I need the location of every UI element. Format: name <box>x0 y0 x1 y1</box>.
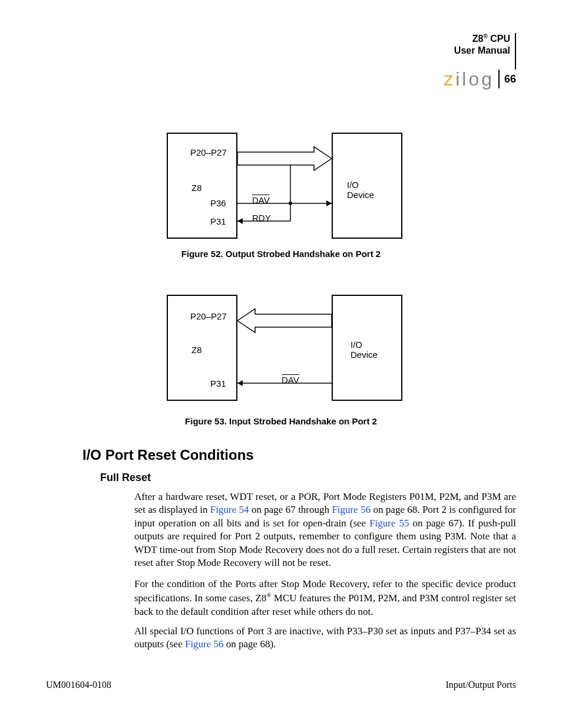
paragraph-2: For the condition of the Ports after Sto… <box>134 578 516 618</box>
link-figure-55[interactable]: Figure 55 <box>369 518 409 529</box>
label-dav-53: DAV <box>282 375 299 385</box>
figure-53-connections <box>167 295 402 401</box>
section-heading-1: I/O Port Reset Conditions <box>82 447 254 463</box>
logo-ilog: ilog <box>455 68 494 90</box>
link-figure-54[interactable]: Figure 54 <box>210 504 249 515</box>
product-name: Z8 <box>472 34 484 44</box>
svg-marker-7 <box>237 218 243 224</box>
label-p20-p27: P20–P27 <box>190 147 227 157</box>
label-p31: P31 <box>210 216 226 226</box>
link-figure-56[interactable]: Figure 56 <box>332 504 371 515</box>
paragraph-3: All special I/O functions of Port 3 are … <box>134 625 516 651</box>
label-p20-p27-53: P20–P27 <box>190 311 227 321</box>
figure-53-caption: Figure 53. Input Strobed Handshake on Po… <box>0 416 562 426</box>
label-io: I/O <box>347 180 359 190</box>
label-device-53: Device <box>351 350 378 360</box>
manual-label: User Manual <box>454 45 510 55</box>
zilog-logo: zilog <box>444 70 500 88</box>
label-p31-53: P31 <box>210 378 226 388</box>
p1-text-b: on page 67 through <box>249 504 332 515</box>
p3-text-b: on page 68). <box>224 638 276 650</box>
page-number: 66 <box>504 73 516 85</box>
p2-reg: ® <box>266 591 271 598</box>
page-header: Z8® CPU User Manual zilog 66 <box>444 33 516 88</box>
svg-marker-9 <box>237 380 243 386</box>
registered-mark: ® <box>483 33 487 39</box>
label-p36: P36 <box>210 198 226 208</box>
figure-52-caption: Figure 52. Output Strobed Handshake on P… <box>0 249 562 259</box>
figure-52: P20–P27 Z8 P36 P31 DAV RDY I/O Device <box>167 133 402 239</box>
logo-row: zilog 66 <box>444 70 516 88</box>
logo-z: z <box>444 68 455 90</box>
header-title-block: Z8® CPU User Manual <box>444 33 516 70</box>
paragraph-1: After a hardware reset, WDT reset, or a … <box>134 490 516 570</box>
figure-53: P20–P27 Z8 P31 DAV I/O Device <box>167 295 402 401</box>
footer-section: Input/Output Ports <box>445 680 516 690</box>
section-heading-2: Full Reset <box>100 472 151 484</box>
svg-marker-1 <box>326 200 332 206</box>
label-io-53: I/O <box>351 340 362 350</box>
link-figure-56-b[interactable]: Figure 56 <box>185 638 224 650</box>
label-device: Device <box>347 190 374 200</box>
product-cpu: CPU <box>488 34 510 44</box>
label-z8: Z8 <box>191 183 202 193</box>
label-rdy: RDY <box>252 213 271 223</box>
label-z8-53: Z8 <box>191 345 202 355</box>
footer-doc-id: UM001604-0108 <box>46 680 111 690</box>
label-dav: DAV <box>252 195 270 205</box>
